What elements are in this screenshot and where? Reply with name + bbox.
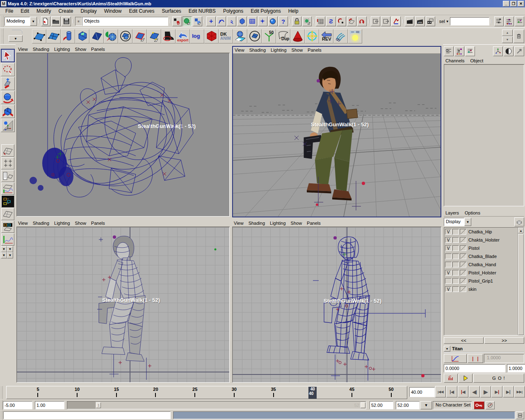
mask-curve-points-button[interactable] bbox=[217, 16, 226, 26]
layer-visibility-toggle[interactable]: V bbox=[445, 245, 452, 251]
layer-visibility-toggle[interactable]: V bbox=[445, 229, 452, 235]
auto-keyframe-button[interactable]: 0 bbox=[474, 401, 484, 409]
layer-name[interactable]: Chatka_Hip bbox=[467, 229, 492, 234]
select-arrow-icon[interactable] bbox=[514, 46, 524, 56]
time-grip[interactable] bbox=[0, 386, 3, 399]
viewport-menu-item[interactable]: Show bbox=[291, 220, 306, 226]
go-to-end-button[interactable]: ▶▶| bbox=[514, 386, 525, 397]
selection-filter-combo[interactable]: ≡ Objects bbox=[75, 17, 168, 26]
viewport-menu-item[interactable]: View bbox=[18, 220, 31, 226]
move-tool[interactable] bbox=[1, 77, 15, 90]
script-editor-button[interactable] bbox=[516, 411, 524, 419]
render-globals-button[interactable] bbox=[426, 16, 435, 26]
show-channel-box-button[interactable] bbox=[515, 16, 524, 26]
shelf-extrude-icon[interactable] bbox=[61, 29, 75, 43]
shelf-poly-cube-icon[interactable] bbox=[75, 29, 89, 43]
viewport-canvas-persp[interactable]: StealthGunWalk(1 - 52) bbox=[233, 54, 441, 217]
viewport-menu-item[interactable]: Panels bbox=[91, 220, 108, 226]
shelf-cone-icon[interactable] bbox=[290, 29, 305, 43]
save-scene-button[interactable] bbox=[62, 16, 71, 26]
select-hierarchy-button[interactable] bbox=[172, 16, 182, 26]
collapse-left-button[interactable]: << bbox=[444, 337, 484, 344]
menu-set-combo[interactable]: Modeling ▼ bbox=[5, 17, 37, 26]
shelf-select-vertex-icon[interactable] bbox=[147, 29, 161, 43]
chevron-down-icon[interactable]: ▼ bbox=[464, 218, 471, 226]
rotate-tool[interactable] bbox=[1, 91, 15, 104]
viewport-top-left[interactable]: ViewShadingLightingShowPanels StealthGun… bbox=[16, 46, 230, 217]
viewport-menu-item[interactable]: Show bbox=[75, 220, 90, 226]
shelf-scroll-up-icon[interactable]: ▲ bbox=[502, 30, 513, 36]
select-tool[interactable] bbox=[1, 49, 15, 62]
scroll-up-icon[interactable]: ▲ bbox=[518, 228, 524, 233]
viewport-menu-item[interactable]: Panels bbox=[307, 220, 324, 226]
layer-playback-toggle[interactable] bbox=[452, 253, 459, 259]
layout-preset-2-button[interactable]: ▼ bbox=[7, 246, 13, 252]
viewport-menu-item[interactable]: Panels bbox=[91, 46, 108, 52]
shelf-joint-50-icon[interactable]: 50 bbox=[262, 29, 276, 43]
layer-visibility-toggle[interactable] bbox=[445, 262, 452, 267]
play-backwards-button[interactable]: ◀ bbox=[469, 386, 480, 397]
shelf-smooth-icon[interactable] bbox=[104, 29, 118, 43]
shelf-rev-icon[interactable]: REV bbox=[319, 29, 333, 43]
viewport-canvas-wireframe-top[interactable]: StealthGunWalk(1 - 52) bbox=[16, 53, 230, 217]
viewport-menu-item[interactable]: Lighting bbox=[270, 220, 289, 226]
layer-mode-combo[interactable]: Display ▼ bbox=[444, 218, 471, 226]
viewport-canvas-wireframe-side[interactable]: StealthGunWalk(1 - 52) bbox=[232, 227, 441, 383]
channel-box-menu-item[interactable]: Object bbox=[470, 58, 483, 63]
layer-color-swatch[interactable] bbox=[460, 270, 466, 276]
layer-playback-toggle[interactable] bbox=[452, 245, 459, 251]
collapse-right-button[interactable]: >> bbox=[484, 337, 524, 344]
titan-end-field[interactable] bbox=[507, 364, 525, 372]
viewport-menu-item[interactable]: Shading bbox=[33, 46, 52, 52]
viewport-persp[interactable]: ViewShadingLightingShowPanels bbox=[232, 46, 441, 217]
chevron-down-icon[interactable]: ▼ bbox=[30, 17, 37, 26]
layer-name[interactable]: Pistol bbox=[467, 246, 479, 251]
cmd-grip[interactable] bbox=[0, 411, 3, 420]
channel-manip-off-button[interactable] bbox=[444, 46, 454, 56]
layout-graph-editor-button[interactable] bbox=[1, 233, 14, 246]
shelf-tab-selector[interactable]: ▼ bbox=[4, 29, 31, 43]
snap-grid-button[interactable] bbox=[316, 16, 325, 26]
layer-menu-item[interactable]: Layers bbox=[445, 210, 459, 215]
output-connections-button[interactable] bbox=[381, 16, 390, 26]
titan-start-field[interactable] bbox=[444, 364, 505, 372]
range-slider[interactable]: 1 52 bbox=[67, 401, 366, 409]
snap-curve-button[interactable]: Ƨ bbox=[326, 16, 336, 26]
ipr-render-button[interactable]: IPR bbox=[415, 16, 425, 26]
scrollbar-thumb[interactable] bbox=[518, 234, 524, 335]
channel-box-menu-item[interactable]: Channels bbox=[445, 58, 464, 63]
trash-icon[interactable] bbox=[514, 30, 524, 43]
titan-play-button[interactable] bbox=[459, 374, 472, 383]
layout-preset-3-button[interactable]: ▼ bbox=[1, 252, 7, 258]
titan-bars-button[interactable]: ❘ ❘ bbox=[468, 354, 483, 363]
layer-color-swatch[interactable] bbox=[460, 253, 466, 259]
layer-menu-item[interactable]: Options bbox=[465, 210, 480, 215]
layer-row[interactable]: VPistol bbox=[444, 244, 518, 252]
layout-persp-graph-button[interactable] bbox=[1, 183, 14, 195]
toolbox-grip[interactable] bbox=[1, 45, 14, 48]
shelf-poly-split-icon[interactable] bbox=[89, 29, 104, 43]
layer-visibility-toggle[interactable] bbox=[445, 278, 452, 284]
layer-visibility-toggle[interactable]: V bbox=[445, 237, 452, 243]
shelf-dup-icon[interactable]: Dup bbox=[276, 29, 290, 43]
range-grip[interactable] bbox=[0, 400, 3, 410]
go-to-start-button[interactable]: |◀◀ bbox=[435, 386, 446, 397]
layer-row[interactable]: VChatka_Hip bbox=[444, 228, 518, 236]
input-connections-button[interactable] bbox=[371, 16, 380, 26]
playback-start-field[interactable] bbox=[35, 401, 64, 409]
layer-playback-toggle[interactable] bbox=[452, 262, 459, 267]
layer-visibility-toggle[interactable] bbox=[445, 253, 452, 259]
viewport-menu-item[interactable]: Lighting bbox=[271, 47, 290, 53]
viewport-menu-item[interactable]: Show bbox=[292, 47, 306, 53]
viewport-menu-item[interactable]: Shading bbox=[249, 220, 268, 226]
viewport-canvas-side[interactable]: StealthGunWalk(1 - 52) bbox=[16, 227, 230, 383]
shelf-target-icon[interactable] bbox=[305, 29, 319, 43]
layer-color-swatch[interactable] bbox=[460, 229, 466, 235]
viewport-menu-item[interactable]: Shading bbox=[249, 47, 269, 53]
lasso-tool[interactable] bbox=[1, 63, 15, 76]
shelf-script-icon[interactable] bbox=[333, 29, 348, 43]
playback-end-field[interactable] bbox=[370, 401, 393, 409]
step-forward-frame-button[interactable]: ▶| bbox=[503, 386, 514, 397]
viewport-menu-item[interactable]: Lighting bbox=[54, 46, 73, 52]
menu-item[interactable]: Help bbox=[285, 7, 302, 15]
